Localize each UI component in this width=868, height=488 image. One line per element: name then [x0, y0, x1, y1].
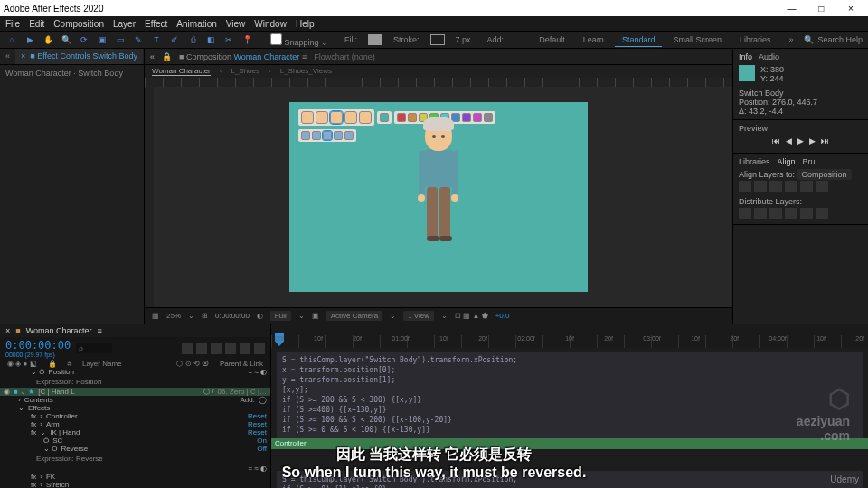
character-head[interactable] [425, 120, 452, 151]
align-tab[interactable]: Align [778, 157, 796, 166]
next-frame-icon[interactable]: ▶ [809, 136, 816, 145]
body-swatch[interactable] [334, 131, 343, 140]
camera-dropdown[interactable]: Active Camera [326, 311, 382, 321]
pen-tool-icon[interactable]: ✎ [132, 33, 145, 46]
distribute-icon[interactable] [769, 208, 782, 219]
composition-stage[interactable] [289, 102, 588, 292]
body-swatch[interactable] [301, 131, 310, 140]
layer-sc[interactable]: Ö SCOn [0, 436, 270, 445]
tl-icon[interactable] [182, 343, 193, 354]
play-icon[interactable]: ▶ [797, 136, 804, 145]
fill-swatch[interactable] [368, 34, 382, 45]
zoom-level[interactable]: 25% [166, 312, 181, 320]
align-hcenter-icon[interactable] [754, 181, 767, 192]
workspace-learn[interactable]: Learn [576, 33, 611, 46]
body-swatch[interactable] [344, 131, 354, 140]
panel-nav-icon[interactable]: « [150, 52, 155, 61]
layer-hand-l[interactable]: ◉■ ⌄ ★ [C | Hand L⬡ /06. Zero | C |… [0, 388, 270, 396]
controller-bar[interactable]: Controller [271, 438, 868, 449]
mask-icon[interactable]: ◐ [257, 312, 263, 320]
timeline-comp-tab[interactable]: Woman Character [26, 326, 92, 335]
shape-tool-icon[interactable]: ▭ [114, 33, 127, 46]
workspace-small[interactable]: Small Screen [665, 33, 729, 46]
arm-left[interactable] [419, 151, 425, 196]
rotate-tool-icon[interactable]: ⟳ [78, 33, 90, 46]
grid-icon[interactable]: ▦ [152, 312, 159, 320]
stroke-width[interactable]: 7 px [450, 33, 476, 46]
character-torso[interactable] [423, 149, 454, 187]
layer-effects[interactable]: ⌄ Effects [0, 404, 270, 412]
ctrl-swatch[interactable] [484, 113, 493, 122]
menu-animation[interactable]: Animation [176, 19, 216, 29]
timeline-search[interactable] [76, 343, 112, 353]
menu-view[interactable]: View [226, 19, 246, 29]
puppet-tool-icon[interactable]: 📍 [241, 33, 253, 46]
distribute-icon[interactable] [739, 208, 751, 219]
exposure[interactable]: +0.0 [495, 312, 510, 320]
effect-controls-tab[interactable]: × ■ Effect Controls Switch Body [15, 49, 143, 64]
prev-frame-icon[interactable]: ◀ [786, 136, 792, 145]
track-area[interactable]: S = thisComp.layer("Switch Body").transf… [271, 348, 868, 488]
align-left-icon[interactable] [739, 181, 751, 192]
first-frame-icon[interactable]: ⏮ [772, 136, 780, 145]
stroke-swatch[interactable] [430, 34, 445, 45]
maximize-button[interactable]: □ [807, 4, 835, 14]
body-swatch-selected[interactable] [323, 131, 332, 140]
leg-right[interactable] [439, 187, 450, 238]
timecode[interactable]: 0:00:00:00 [5, 339, 71, 352]
distribute-icon[interactable] [785, 208, 797, 219]
hand-right[interactable] [451, 194, 458, 202]
add-label[interactable]: Add: [482, 33, 510, 46]
layer-controller[interactable]: fx› ControllerReset [0, 412, 270, 420]
align-right-icon[interactable] [769, 181, 782, 192]
menu-composition[interactable]: Composition [53, 19, 104, 29]
brush-tool-icon[interactable]: ✐ [168, 33, 181, 46]
flowchart-tab[interactable]: Flowchart (none) [314, 52, 375, 61]
foot-left[interactable] [427, 236, 439, 241]
time-ruler[interactable]: 00f 10f 20f 01:00f 10f 20f 02:00f 10f 20… [271, 324, 868, 348]
brushes-tab[interactable]: Bru [803, 157, 816, 166]
layer-position[interactable]: ⌄ Ö Position= ≈ ◐ [0, 368, 270, 376]
layer-stretch[interactable]: fx› Stretch [0, 481, 270, 488]
timeline-tab-icon[interactable]: × [5, 326, 10, 335]
expression-editor-position[interactable]: S = thisComp.layer("Switch Body").transf… [277, 352, 863, 438]
minimize-button[interactable]: — [778, 4, 805, 14]
layer-fk[interactable]: fx› FK [0, 473, 270, 481]
snapping-toggle[interactable]: Snapping ⌄ [265, 32, 334, 49]
leg-left[interactable] [427, 187, 438, 238]
expression-editor-reverse[interactable]: S = thisComp.layer("Switch Body").transf… [277, 471, 863, 488]
layer-reverse[interactable]: ⌄ Ö ReverseOff [0, 445, 270, 453]
align-bottom-icon[interactable] [816, 181, 828, 192]
clone-tool-icon[interactable]: ⎙ [186, 33, 199, 46]
face-swatch[interactable] [359, 111, 372, 124]
face-swatch[interactable] [301, 111, 314, 124]
color-swatch[interactable] [380, 113, 389, 122]
subtab-lshoes-views[interactable]: L_Shoes_Views [280, 67, 332, 76]
ctrl-swatch[interactable] [408, 113, 417, 122]
tl-icon[interactable] [196, 343, 207, 354]
hand-left[interactable] [418, 194, 425, 202]
align-vcenter-icon[interactable] [800, 181, 813, 192]
workspace-more-icon[interactable]: » [781, 33, 800, 46]
composition-name[interactable]: Woman Character [234, 52, 300, 61]
tl-icon[interactable] [254, 343, 265, 354]
face-swatch[interactable] [344, 111, 357, 124]
subtab-lshoes[interactable]: L_Shoes [231, 67, 259, 76]
menu-help[interactable]: Help [296, 19, 315, 29]
roto-tool-icon[interactable]: ✂ [222, 33, 235, 46]
subtab-woman[interactable]: Woman Character [152, 67, 211, 76]
layer-contents[interactable]: › ContentsAdd: ◯ [0, 396, 270, 404]
selection-tool-icon[interactable]: ▶ [24, 33, 36, 46]
lock-icon[interactable]: 🔒 [162, 52, 172, 61]
distribute-icon[interactable] [754, 208, 767, 219]
hand-tool-icon[interactable]: ✋ [42, 33, 54, 46]
distribute-icon[interactable] [816, 208, 828, 219]
layer-fk[interactable]: = ≈ ◐ [0, 465, 270, 473]
menu-edit[interactable]: Edit [29, 19, 44, 29]
home-icon[interactable]: ⌂ [5, 33, 18, 46]
info-tab[interactable]: Info [739, 52, 752, 61]
tl-icon[interactable] [240, 343, 250, 354]
view-options-icon[interactable]: ⊡ ▦ ▲ ⬟ [455, 312, 488, 320]
last-frame-icon[interactable]: ⏭ [821, 136, 829, 145]
align-top-icon[interactable] [785, 181, 797, 192]
